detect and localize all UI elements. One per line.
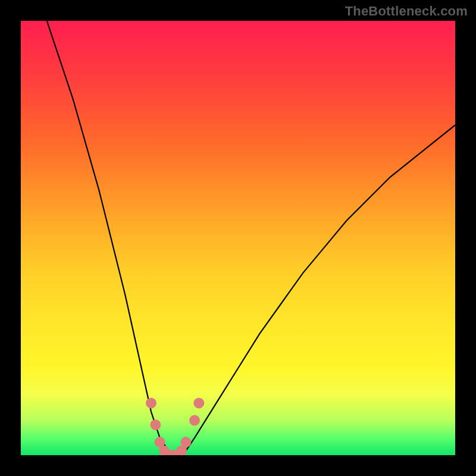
bottleneck-curve: [47, 21, 455, 455]
curve-layer: [21, 21, 455, 455]
marker-dot: [146, 397, 156, 408]
marker-group: [146, 397, 204, 455]
marker-dot: [189, 415, 200, 426]
plot-area: [21, 21, 455, 455]
chart-frame: TheBottleneck.com: [0, 0, 476, 476]
marker-dot: [150, 419, 161, 430]
watermark-text: TheBottleneck.com: [345, 4, 468, 19]
marker-dot: [193, 397, 204, 408]
marker-dot: [180, 437, 191, 447]
